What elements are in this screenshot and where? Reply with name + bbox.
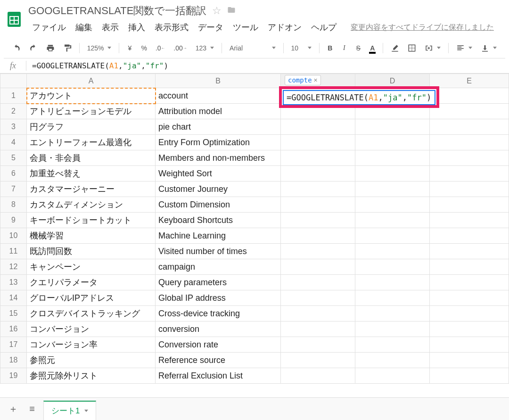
cell[interactable] — [430, 88, 509, 104]
cell[interactable] — [281, 135, 355, 150]
cell[interactable]: エントリーフォーム最適化 — [27, 135, 156, 150]
numfmt-select[interactable]: 123 — [193, 43, 217, 53]
cell[interactable] — [430, 181, 509, 197]
row-header[interactable]: 15 — [0, 306, 27, 321]
cell[interactable] — [430, 368, 509, 384]
row-header[interactable]: 4 — [0, 135, 27, 150]
cell[interactable] — [430, 228, 509, 244]
cell[interactable]: Referral Exclusion List — [156, 368, 281, 384]
font-select[interactable]: Arial — [227, 43, 278, 53]
cell[interactable]: campaign — [156, 259, 281, 275]
row-header[interactable]: 7 — [0, 181, 27, 197]
cell[interactable] — [430, 337, 509, 353]
col-header-b[interactable]: B — [156, 74, 281, 88]
cell[interactable]: 参照元除外リスト — [27, 368, 156, 384]
cell[interactable] — [355, 244, 430, 259]
cell[interactable]: conversion — [156, 321, 281, 337]
cell[interactable]: 会員・非会員 — [27, 150, 156, 166]
row-header[interactable]: 13 — [0, 275, 27, 290]
cell[interactable] — [430, 166, 509, 181]
row-header[interactable]: 6 — [0, 166, 27, 181]
cell[interactable] — [355, 213, 430, 228]
print-icon[interactable] — [43, 42, 57, 54]
cell[interactable] — [430, 104, 509, 119]
cell[interactable]: Keyboard Shortcuts — [156, 213, 281, 228]
cell[interactable] — [355, 353, 430, 368]
cell[interactable] — [430, 244, 509, 259]
italic-button[interactable]: I — [338, 42, 350, 54]
cell[interactable] — [355, 119, 430, 135]
col-header-a[interactable]: A — [27, 74, 156, 88]
cell[interactable]: クエリパラメータ — [27, 275, 156, 290]
cell[interactable]: Members and non-members — [156, 150, 281, 166]
formula-input[interactable]: =GOOGLETRANSLATE(A1,"ja","fr") — [26, 61, 509, 70]
cell[interactable] — [281, 259, 355, 275]
row-header[interactable]: 2 — [0, 104, 27, 119]
cell[interactable] — [281, 368, 355, 384]
select-all-corner[interactable] — [0, 74, 27, 88]
cell[interactable] — [355, 321, 430, 337]
cell[interactable]: pie chart — [156, 119, 281, 135]
cell[interactable] — [281, 244, 355, 259]
cell[interactable] — [430, 259, 509, 275]
cell[interactable] — [430, 321, 509, 337]
fx-icon[interactable]: fx — [0, 61, 26, 71]
strike-button[interactable]: S — [353, 42, 364, 54]
cell[interactable] — [355, 337, 430, 353]
currency-button[interactable]: ¥ — [124, 42, 135, 54]
sheet-tab-1[interactable]: シート1 — [43, 401, 96, 420]
cell[interactable]: 機械学習 — [27, 228, 156, 244]
redo-icon[interactable] — [26, 42, 41, 54]
cell[interactable] — [355, 150, 430, 166]
cell[interactable] — [355, 166, 430, 181]
cell[interactable]: コンバージョン — [27, 321, 156, 337]
folder-icon[interactable] — [227, 5, 236, 17]
cell[interactable]: 既訪問回数 — [27, 244, 156, 259]
cell[interactable] — [355, 197, 430, 213]
percent-button[interactable]: % — [138, 42, 149, 54]
cell[interactable]: カスタマージャーニー — [27, 181, 156, 197]
fill-color-button[interactable] — [388, 42, 402, 54]
cell[interactable] — [430, 119, 509, 135]
cell[interactable] — [355, 135, 430, 150]
menu-addons[interactable]: アドオン — [264, 20, 305, 35]
cell[interactable]: キーボードショートカット — [27, 213, 156, 228]
cell[interactable] — [281, 228, 355, 244]
row-header[interactable]: 18 — [0, 353, 27, 368]
cell[interactable]: Global IP address — [156, 290, 281, 306]
cell[interactable] — [355, 306, 430, 321]
cell[interactable] — [281, 213, 355, 228]
cell[interactable] — [430, 135, 509, 150]
col-header-d[interactable]: D — [355, 74, 430, 88]
menu-file[interactable]: ファイル — [28, 20, 70, 35]
cell[interactable] — [281, 166, 355, 181]
cell[interactable] — [281, 119, 355, 135]
sheet-grid[interactable]: A B C D E 1アカウントaccountcompte×=GOOGLETRA… — [0, 74, 509, 404]
cell[interactable]: Query parameters — [156, 275, 281, 290]
cell[interactable]: 円グラフ — [27, 119, 156, 135]
cell[interactable] — [430, 275, 509, 290]
cell[interactable]: Weighted Sort — [156, 166, 281, 181]
cell[interactable]: アトリビューションモデル — [27, 104, 156, 119]
menu-data[interactable]: データ — [194, 20, 227, 35]
cell[interactable] — [281, 337, 355, 353]
cell[interactable]: 加重並べ替え — [27, 166, 156, 181]
cell[interactable] — [355, 368, 430, 384]
star-icon[interactable]: ☆ — [212, 5, 222, 17]
row-header[interactable]: 10 — [0, 228, 27, 244]
row-header[interactable]: 12 — [0, 259, 27, 275]
dec-less-button[interactable]: .0← — [153, 42, 168, 54]
valign-button[interactable] — [478, 43, 500, 53]
cell[interactable] — [281, 306, 355, 321]
borders-button[interactable] — [405, 42, 419, 54]
cell[interactable] — [430, 197, 509, 213]
row-header[interactable]: 5 — [0, 150, 27, 166]
dec-more-button[interactable]: .00→ — [171, 42, 189, 54]
cell[interactable]: コンバージョン率 — [27, 337, 156, 353]
cell[interactable] — [430, 150, 509, 166]
row-header[interactable]: 17 — [0, 337, 27, 353]
col-header-e[interactable]: E — [430, 74, 509, 88]
all-sheets-button[interactable]: ≡ — [26, 403, 38, 415]
cell[interactable]: Cross-device tracking — [156, 306, 281, 321]
cell[interactable] — [281, 290, 355, 306]
